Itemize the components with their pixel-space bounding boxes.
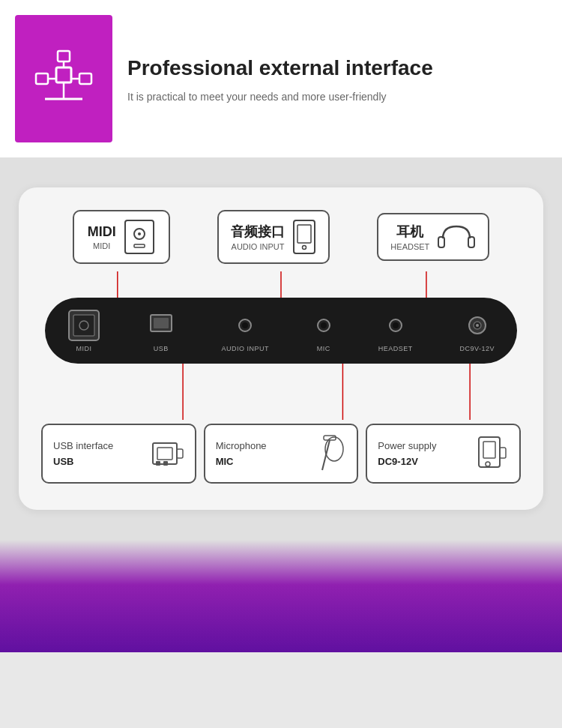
- connector-strip: MIDI USB AUDIO INPUT: [45, 298, 517, 364]
- midi-badge: MIDI MIDI: [73, 210, 170, 264]
- headset-badge-top: 耳机: [390, 223, 429, 241]
- headset-connector-port: HEADSET: [378, 309, 413, 352]
- svg-rect-38: [153, 443, 177, 464]
- svg-rect-40: [177, 449, 183, 458]
- audio-input-port-icon: [238, 309, 253, 342]
- usb-interface-icon: [151, 437, 184, 470]
- midi-connector-port: MIDI: [67, 309, 100, 352]
- headset-badge-bottom: HEADSET: [390, 242, 429, 251]
- audio-input-port-label: AUDIO INPUT: [222, 345, 270, 352]
- usb-port-icon: [148, 309, 175, 342]
- mic-port-label: MIC: [317, 345, 330, 352]
- audio-badge-bottom: AUDIO INPUT: [231, 242, 285, 251]
- svg-rect-16: [438, 237, 444, 247]
- header-text: Professional external interface It is pr…: [127, 55, 433, 103]
- svg-point-31: [393, 322, 399, 328]
- bottom-connecting-lines: [41, 364, 521, 420]
- power-supply-title: Power supply: [378, 440, 436, 453]
- usb-port-label: USB: [154, 345, 169, 352]
- power-supply-icon: [476, 434, 509, 473]
- usb-connector-port: USB: [148, 309, 175, 352]
- svg-point-27: [242, 322, 248, 328]
- svg-point-34: [476, 324, 479, 327]
- usb-interface-title: USB interface: [53, 440, 113, 453]
- interface-icon: [30, 45, 97, 112]
- mic-port-icon: [316, 309, 331, 342]
- headset-badge: 耳机 HEADSET: [377, 213, 489, 261]
- info-boxes-row: USB interface USB Microphone MIC: [41, 424, 521, 484]
- audio-input-badge: 音频接口 AUDIO INPUT: [217, 210, 330, 264]
- midi-badge-top: MIDI: [88, 224, 116, 240]
- badges-row: MIDI MIDI 音频接口 AUDIO INPUT: [41, 210, 521, 264]
- top-connecting-lines: [41, 271, 521, 298]
- svg-rect-0: [56, 67, 71, 82]
- svg-point-48: [486, 462, 490, 466]
- page-title: Professional external interface: [127, 55, 433, 82]
- svg-rect-9: [125, 220, 154, 253]
- power-supply-box: Power supply DC9-12V: [366, 424, 521, 484]
- headset-port-icon: [388, 309, 403, 342]
- svg-rect-49: [500, 448, 506, 458]
- dc-connector-port: DC9V-12V: [459, 309, 495, 352]
- svg-rect-17: [468, 237, 474, 247]
- dc-port-icon: [466, 309, 489, 342]
- midi-icon: [124, 219, 155, 255]
- product-card: MIDI MIDI 音频接口 AUDIO INPUT: [19, 187, 543, 510]
- header-icon-box: [15, 15, 112, 142]
- midi-port-icon: [67, 309, 100, 342]
- power-supply-subtitle: DC9-12V: [378, 456, 436, 467]
- dc-port-label: DC9V-12V: [459, 345, 495, 352]
- microphone-icon: [313, 434, 346, 473]
- microphone-box: Microphone MIC: [204, 424, 359, 484]
- microphone-title: Microphone: [216, 440, 267, 453]
- svg-point-29: [321, 322, 327, 328]
- page-bottom: [0, 540, 562, 652]
- svg-rect-25: [154, 318, 169, 328]
- svg-rect-22: [73, 315, 94, 336]
- main-content: MIDI MIDI 音频接口 AUDIO INPUT: [0, 157, 562, 540]
- svg-rect-12: [134, 244, 145, 247]
- usb-interface-subtitle: USB: [53, 456, 113, 467]
- svg-point-15: [303, 246, 306, 250]
- audio-input-connector-port: AUDIO INPUT: [222, 309, 270, 352]
- page-subtitle: It is practical to meet your needs and m…: [127, 91, 433, 103]
- midi-badge-bottom: MIDI: [88, 241, 116, 250]
- svg-rect-14: [297, 225, 311, 243]
- headset-port-label: HEADSET: [378, 345, 413, 352]
- audio-badge-top: 音频接口: [231, 223, 285, 241]
- headset-icon: [437, 222, 476, 252]
- svg-rect-43: [324, 436, 336, 440]
- audio-input-icon: [292, 219, 316, 255]
- header-section: Professional external interface It is pr…: [0, 0, 562, 157]
- svg-rect-3: [36, 73, 48, 84]
- microphone-subtitle: MIC: [216, 456, 267, 467]
- usb-interface-box: USB interface USB: [41, 424, 196, 484]
- svg-rect-42: [163, 461, 168, 466]
- mic-connector-port: MIC: [316, 309, 331, 352]
- svg-rect-41: [156, 461, 160, 466]
- midi-port-label: MIDI: [76, 345, 92, 352]
- svg-rect-47: [483, 442, 495, 458]
- svg-point-11: [138, 232, 141, 235]
- svg-rect-5: [79, 73, 91, 84]
- svg-rect-1: [58, 51, 70, 61]
- svg-rect-39: [157, 448, 172, 460]
